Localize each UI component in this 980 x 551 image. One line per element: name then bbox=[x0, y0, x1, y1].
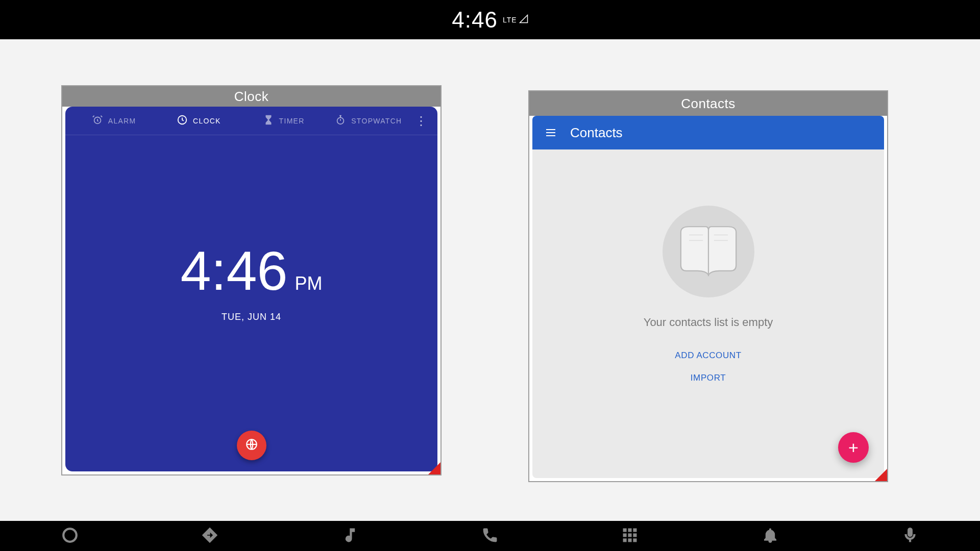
menu-button[interactable] bbox=[545, 127, 557, 139]
svg-rect-18 bbox=[624, 539, 627, 542]
tab-alarm-label: ALARM bbox=[108, 117, 136, 125]
kebab-icon: ⋮ bbox=[415, 114, 427, 128]
svg-rect-15 bbox=[624, 534, 627, 537]
svg-rect-14 bbox=[633, 529, 636, 532]
tab-timer-label: TIMER bbox=[279, 117, 305, 125]
clock-tabs: ALARM CLOCK TIMER bbox=[65, 107, 437, 135]
contacts-app: Contacts Your contacts list is em bbox=[532, 116, 884, 478]
clock-app: ALARM CLOCK TIMER bbox=[65, 107, 437, 471]
bell-icon bbox=[762, 527, 779, 546]
clock-ampm: PM bbox=[295, 274, 323, 293]
network-label: LTE bbox=[503, 16, 517, 24]
more-options-button[interactable]: ⋮ bbox=[411, 114, 431, 128]
svg-rect-20 bbox=[633, 539, 636, 542]
contacts-window-title: Contacts bbox=[681, 96, 736, 112]
phone-icon bbox=[481, 527, 499, 546]
tab-timer[interactable]: TIMER bbox=[241, 114, 326, 127]
stopwatch-icon bbox=[335, 114, 346, 127]
nav-item-phone[interactable] bbox=[480, 526, 500, 546]
plus-icon: + bbox=[848, 438, 859, 458]
svg-rect-13 bbox=[628, 529, 631, 532]
clock-window-titlebar[interactable]: Clock bbox=[62, 86, 440, 107]
tab-clock[interactable]: CLOCK bbox=[156, 114, 241, 127]
nav-item-circle[interactable] bbox=[60, 526, 80, 546]
contacts-empty-state: Your contacts list is empty ADD ACCOUNT … bbox=[532, 149, 884, 389]
clock-icon bbox=[177, 114, 188, 127]
circle-icon bbox=[61, 527, 79, 546]
svg-point-2 bbox=[337, 117, 344, 124]
empty-book-icon bbox=[663, 206, 754, 297]
status-bar: 4:46 LTE bbox=[0, 0, 980, 39]
nav-item-music[interactable] bbox=[340, 526, 360, 546]
workspace: Clock ALARM CLOCK bbox=[0, 39, 980, 521]
svg-rect-17 bbox=[633, 534, 636, 537]
empty-contacts-message: Your contacts list is empty bbox=[644, 316, 773, 329]
tab-stopwatch-label: STOPWATCH bbox=[351, 117, 402, 125]
signal-icon bbox=[519, 14, 528, 25]
svg-rect-16 bbox=[628, 534, 631, 537]
import-button[interactable]: IMPORT bbox=[691, 373, 726, 383]
clock-window: Clock ALARM CLOCK bbox=[61, 85, 442, 475]
tab-clock-label: CLOCK bbox=[193, 117, 221, 125]
add-world-clock-button[interactable] bbox=[237, 431, 266, 460]
contacts-window: Contacts Contacts bbox=[528, 90, 888, 482]
alarm-icon bbox=[92, 114, 103, 127]
mic-icon bbox=[901, 527, 919, 546]
contacts-toolbar-title: Contacts bbox=[570, 125, 623, 141]
nav-item-navigation[interactable] bbox=[200, 526, 220, 546]
tab-alarm[interactable]: ALARM bbox=[71, 114, 156, 127]
add-contact-fab[interactable]: + bbox=[838, 432, 869, 463]
svg-point-11 bbox=[63, 529, 77, 542]
clock-time-value: 4:46 bbox=[180, 243, 287, 298]
status-time: 4:46 bbox=[452, 7, 498, 33]
contacts-toolbar: Contacts bbox=[532, 116, 884, 149]
navigation-icon bbox=[201, 527, 218, 546]
contacts-window-titlebar[interactable]: Contacts bbox=[529, 91, 887, 116]
bottom-nav bbox=[0, 521, 980, 551]
nav-item-notifications[interactable] bbox=[760, 526, 780, 546]
nav-item-mic[interactable] bbox=[900, 526, 920, 546]
clock-window-title: Clock bbox=[234, 89, 269, 105]
svg-rect-19 bbox=[628, 539, 631, 542]
hourglass-icon bbox=[263, 114, 274, 127]
music-note-icon bbox=[341, 527, 359, 546]
clock-date: TUE, JUN 14 bbox=[222, 312, 281, 322]
clock-display: 4:46 PM TUE, JUN 14 bbox=[65, 135, 437, 471]
tab-stopwatch[interactable]: STOPWATCH bbox=[326, 114, 411, 127]
add-account-button[interactable]: ADD ACCOUNT bbox=[675, 350, 741, 361]
app-grid-icon bbox=[621, 527, 639, 546]
nav-item-app-grid[interactable] bbox=[620, 526, 640, 546]
clock-resize-grip[interactable] bbox=[428, 462, 440, 474]
svg-rect-12 bbox=[624, 529, 627, 532]
globe-icon bbox=[245, 438, 258, 453]
contacts-resize-grip[interactable] bbox=[875, 469, 887, 481]
